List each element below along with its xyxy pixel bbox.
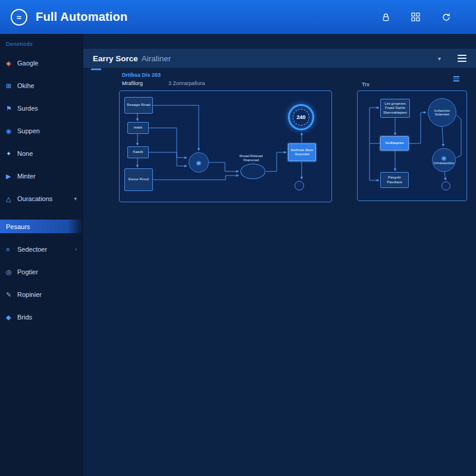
sidebar-item-label: Ouracations	[17, 195, 52, 202]
sidebar-item-label: Minter	[17, 173, 36, 180]
sidebar-item-ropinier[interactable]: ✎ Ropinier	[0, 283, 83, 306]
topbar-actions	[382, 12, 465, 22]
none-icon: ✦	[6, 150, 17, 158]
flow-node-resagts[interactable]: Resagts Rinad	[124, 97, 153, 114]
flow-ellipse-label: Mvoad Rslwvad Fbamvnad	[233, 154, 270, 162]
gauge-value: 240	[293, 109, 309, 126]
main-header: Earry Sorce Airaliner ▾	[83, 49, 476, 68]
sidebar-item-label: Suppen	[17, 127, 40, 134]
flow-node-hub[interactable]: ◉	[189, 152, 209, 173]
ropinier-icon: ✎	[6, 291, 17, 299]
sidebar-item-label: Gaogle	[17, 60, 38, 67]
topbar: ≈ Full Automation	[0, 0, 476, 34]
sidebar-item-label: None	[17, 150, 33, 157]
flow-node-sedbaqews[interactable]: Sedbaqews	[380, 136, 409, 151]
left-panel-title: Mrafilorg	[122, 80, 143, 86]
active-item-label: Pesaurs	[6, 223, 30, 230]
flow-node-end-circle[interactable]	[441, 181, 450, 190]
minter-icon: ▶	[6, 173, 17, 180]
flow-node-circle-top[interactable]: Gvrfaxtrnlim Sodamaws	[428, 98, 456, 127]
sidebar-section-label: Denetiods	[0, 34, 83, 52]
sidebar-group-lower: ≡ Sedectoer › ◎ Pogtier ✎ Ropinier ◆ Bri…	[0, 238, 83, 328]
sidebar-item-sedectoer[interactable]: ≡ Sedectoer ›	[0, 238, 83, 261]
flow-node-ellipse[interactable]	[240, 164, 265, 179]
brids-icon: ◆	[6, 314, 17, 321]
chevron-right-icon: ›	[75, 246, 77, 252]
sidebar-item-label: Pogtier	[17, 268, 38, 275]
page-title: Earry Sorce	[93, 54, 138, 63]
flowchart-panel-left: Resagts Rinad Isads Kaads Eteioe Rinod ◉…	[119, 90, 332, 202]
surdes-icon: ⚑	[6, 105, 17, 112]
flow-node-top[interactable]: Lss gmqeves Frqad Sqinle Sbemrailaqsen	[380, 99, 410, 118]
app-logo-icon: ≈	[11, 9, 27, 26]
refresh-icon[interactable]	[441, 12, 451, 22]
sidebar-item-pesaurs-active[interactable]: Pesaurs	[0, 220, 83, 233]
left-panel-meta: 3 Zonrarpafiora	[168, 80, 205, 86]
sidebar-item-suppen[interactable]: ◉ Suppen	[0, 120, 83, 142]
globe-icon: ◉	[441, 155, 447, 161]
sidebar: Denetiods ◈ Gaogle ⊞ Okihe ⚑ Surdes ◉ Su…	[0, 34, 83, 476]
page-subtitle: Airaliner	[142, 54, 171, 63]
gauge-node[interactable]: 240	[288, 104, 314, 130]
flow-node-end-circle[interactable]	[295, 181, 304, 190]
sidebar-item-label: Ropinier	[17, 291, 42, 298]
right-panel-label: Trx	[362, 82, 369, 87]
gaogle-icon: ◈	[6, 60, 17, 67]
sidebar-item-okihe[interactable]: ⊞ Okihe	[0, 74, 83, 97]
active-tab-indicator	[91, 68, 101, 70]
flow-node-circle-mid[interactable]: ◉ Ovfnaislwoildnn	[432, 148, 456, 172]
ouracations-icon: △	[6, 195, 17, 203]
sidebar-item-label: Surdes	[17, 105, 38, 112]
flow-node-kaads[interactable]: Kaads	[127, 146, 149, 158]
sidebar-item-label: Sedectoer	[17, 246, 47, 253]
logo-glyph: ≈	[17, 12, 21, 22]
sidebar-item-ouracations[interactable]: △ Ouracations ▾	[0, 187, 83, 210]
sidebar-item-minter[interactable]: ▶ Minter	[0, 165, 83, 187]
flow-node-serhnes[interactable]: Serhnes Slom Sremvbd	[288, 143, 316, 161]
okihe-icon: ⊞	[6, 82, 17, 90]
apps-grid-icon[interactable]	[411, 12, 420, 21]
sedectoer-icon: ≡	[6, 246, 17, 253]
sidebar-item-brids[interactable]: ◆ Brids	[0, 306, 83, 328]
app-title: Full Automation	[36, 10, 127, 24]
circle-top-label: Gvrfaxtrnlim Sodamaws	[428, 109, 456, 117]
flowchart-panel-right: Lss gmqeves Frqad Sqinle Sbemrailaqsen S…	[357, 90, 467, 201]
sidebar-item-pogtier[interactable]: ◎ Pogtier	[0, 261, 83, 283]
sidebar-item-none[interactable]: ✦ None	[0, 142, 83, 165]
lock-icon[interactable]	[382, 12, 390, 22]
main-content: Earry Sorce Airaliner ▾ Drtibsa Dis 203 …	[83, 34, 476, 476]
sidebar-item-label: Okihe	[17, 82, 35, 89]
hub-icon: ◉	[196, 159, 202, 166]
sidebar-group-top: ◈ Gaogle ⊞ Okihe ⚑ Surdes ◉ Suppen ✦ Non…	[0, 52, 83, 210]
sidebar-item-gaogle[interactable]: ◈ Gaogle	[0, 52, 83, 74]
left-panel-eyebrow: Drtibsa Dis 203	[122, 72, 161, 78]
suppen-icon: ◉	[6, 127, 17, 135]
right-panel-menu-icon[interactable]	[453, 75, 459, 83]
flow-node-eteioe[interactable]: Eteioe Rinod	[124, 168, 153, 191]
chevron-down-icon[interactable]: ▾	[438, 55, 441, 62]
sidebar-item-label: Brids	[17, 314, 32, 321]
pogtier-icon: ◎	[6, 268, 17, 276]
flow-node-pasgvbr[interactable]: Pasgvbr Pasvllaos	[380, 172, 409, 188]
chevron-down-icon: ▾	[74, 196, 77, 202]
menu-icon[interactable]	[458, 55, 466, 62]
flow-node-isads[interactable]: Isads	[127, 122, 149, 134]
circle-mid-label: Ovfnaislwoildnn	[432, 161, 456, 165]
sidebar-item-surdes[interactable]: ⚑ Surdes	[0, 97, 83, 120]
